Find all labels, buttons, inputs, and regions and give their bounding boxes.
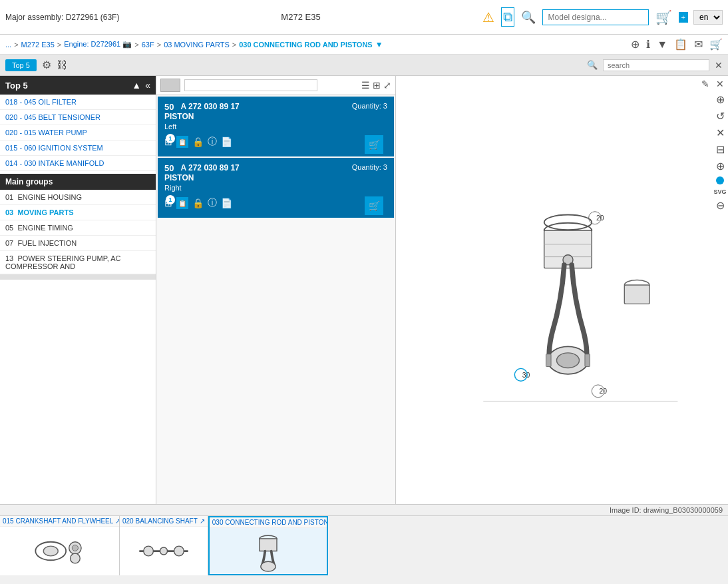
cart-button-0[interactable]: 🛒 — [365, 135, 383, 154]
diagram-svg-label[interactable]: SVG — [713, 188, 726, 195]
sidebar-item-3[interactable]: 015 - 060 IGNITION SYSTEM — [0, 141, 156, 156]
svg-point-28 — [174, 546, 184, 556]
breadcrumb-moving-parts[interactable]: 03 MOVING PARTS — [164, 41, 230, 49]
sidebar-item-1[interactable]: 020 - 045 BELT TENSIONER — [0, 110, 156, 125]
thumb-item-1[interactable]: 020 BALANCING SHAFT ↗ — [120, 516, 208, 575]
warning-icon[interactable]: ⚠ — [482, 9, 494, 25]
breadcrumb-m272[interactable]: M272 E35 — [21, 41, 55, 49]
diagram-compare-icon[interactable]: ⊟ — [716, 143, 725, 156]
thumb-text-1: 020 BALANCING SHAFT — [122, 517, 198, 525]
sidebar-collapse-icon[interactable]: ▲ — [132, 80, 141, 91]
model-search-input[interactable] — [542, 9, 649, 25]
cart-bc-icon[interactable]: 🛒 — [709, 38, 723, 51]
part-list-icon-1[interactable]: 📋 — [176, 197, 188, 209]
parts-list-scroll[interactable]: 50 A 272 030 89 17 Quantity: 3 PISTON Le… — [156, 95, 395, 219]
copy-icon[interactable]: ⧉ — [501, 7, 514, 27]
part-doc-icon-0[interactable]: 📄 — [221, 137, 232, 147]
bookmark-icon[interactable]: 📋 — [674, 38, 687, 51]
thumb-img-2[interactable] — [210, 528, 327, 574]
diagram-zoom-out-icon[interactable]: ⊖ — [716, 199, 725, 212]
list-view-icon[interactable]: ☰ — [361, 80, 370, 91]
part-qty-0: Quantity: 3 — [352, 102, 387, 110]
svg-point-8 — [557, 353, 580, 368]
part-lock-icon-1[interactable]: 🔒 — [192, 198, 204, 208]
breadcrumb-active[interactable]: 030 CONNECTING ROD AND PISTONS — [239, 41, 372, 49]
breadcrumb-dropdown-icon[interactable]: ▼ — [375, 40, 383, 49]
part-info-icon-0[interactable]: ⓘ — [208, 136, 217, 148]
tab-gear-icon[interactable]: ⚙ — [42, 59, 51, 71]
sidebar-group-01[interactable]: 01 ENGINE HOUSING — [0, 190, 156, 205]
diagram-crosshair-icon[interactable]: ⊕ — [716, 93, 725, 106]
breadcrumb-ellipsis[interactable]: ... — [5, 41, 11, 49]
toolbar-search-icon: 🔍 — [587, 60, 598, 70]
thumb-label-1: 020 BALANCING SHAFT ↗ — [120, 516, 208, 527]
sidebar-expand-icon[interactable]: « — [145, 80, 150, 91]
diagram-history-icon[interactable]: ↺ — [716, 110, 725, 123]
cart-plus-badge: + — [679, 12, 688, 23]
sidebar-group-05[interactable]: 05 ENGINE TIMING — [0, 220, 156, 236]
part-info-icon-1[interactable]: ⓘ — [208, 197, 217, 209]
info-icon[interactable]: ℹ — [646, 38, 650, 51]
expand-view-icon[interactable]: ⤢ — [383, 80, 391, 91]
sidebar-main-groups-title: Main groups — [0, 174, 156, 190]
toolbar-search-input[interactable] — [603, 59, 709, 71]
grid-icon-wrap-1: ⊞ 1 — [164, 198, 172, 208]
part-item-1[interactable]: 50 A 272 030 89 17 Quantity: 3 PISTON Ri… — [158, 158, 394, 218]
image-id-label: Image ID: drawing_B03030000059 — [0, 505, 728, 515]
toolbar: Top 5 ⚙ ⛓ 🔍 ✕ — [0, 55, 728, 76]
thumb-item-2[interactable]: 030 CONNECTING ROD AND PISTONS ↗ — [208, 516, 328, 575]
tab-engine[interactable]: Top 5 — [5, 59, 37, 71]
main-area: Top 5 ▲ « 018 - 045 OIL FILTER 020 - 045… — [0, 76, 728, 504]
thumb-item-0[interactable]: 015 CRANKSHAFT AND FLYWHEEL ↗ — [0, 516, 120, 575]
diagram-close-btn[interactable]: ✕ — [716, 79, 724, 89]
mail-icon[interactable]: ✉ — [694, 38, 703, 51]
grid-icon-wrap-0: ⊞ 1 — [164, 137, 172, 147]
breadcrumb-63f[interactable]: 63F — [142, 41, 154, 49]
diagram-zoom-in-icon[interactable]: ⊕ — [716, 160, 725, 172]
toolbar-clear-button[interactable]: ✕ — [715, 60, 723, 71]
thumb-img-0[interactable] — [0, 527, 119, 575]
sidebar-group-03[interactable]: 03 MOVING PARTS — [0, 205, 156, 220]
sidebar-group-13[interactable]: 13 POWER STEERING PUMP, AC COMPRESSOR AN… — [0, 251, 156, 274]
thumbnail-row: 015 CRANKSHAFT AND FLYWHEEL ↗ 020 BALANC… — [0, 515, 728, 575]
breadcrumb-tools: ⊕ ℹ ▼ 📋 ✉ 🛒 — [631, 38, 723, 51]
part-list-icon-0[interactable]: 📋 — [176, 136, 188, 148]
tab-chain-icon[interactable]: ⛓ — [57, 59, 67, 71]
cart-button-1[interactable]: 🛒 — [365, 196, 383, 215]
grid-view-icon[interactable]: ⊞ — [373, 80, 381, 91]
parts-search-input[interactable] — [184, 79, 317, 91]
thumb-link-icon-0[interactable]: ↗ — [115, 517, 119, 525]
cart-icon[interactable]: 🛒 — [655, 9, 672, 25]
sidebar-item-2[interactable]: 020 - 015 WATER PUMP — [0, 125, 156, 141]
parts-list-header: ☰ ⊞ ⤢ — [156, 76, 395, 95]
diagram-cross-icon[interactable]: ✕ — [716, 127, 725, 139]
sidebar-group-07[interactable]: 07 FUEL INJECTION — [0, 236, 156, 251]
sidebar-item-0[interactable]: 018 - 045 OIL FILTER — [0, 95, 156, 110]
breadcrumb-engine[interactable]: Engine: D272961 📷 — [64, 40, 132, 49]
breadcrumb: ... > M272 E35 > Engine: D272961 📷 > 63F… — [0, 35, 728, 55]
part-name-1: PISTON — [164, 173, 387, 182]
part-icons-0: ⊞ 1 📋 🔒 ⓘ 📄 — [164, 136, 387, 148]
svg-point-27 — [160, 547, 167, 555]
part-detail-0: Left — [164, 123, 387, 131]
thumb-label-0: 015 CRANKSHAFT AND FLYWHEEL ↗ — [0, 516, 119, 527]
thumb-img-1[interactable] — [120, 527, 208, 575]
part-item-0[interactable]: 50 A 272 030 89 17 Quantity: 3 PISTON Le… — [158, 97, 394, 156]
part-doc-icon-1[interactable]: 📄 — [221, 198, 232, 208]
search-icon[interactable]: 🔍 — [521, 10, 536, 25]
thumb-svg-2 — [242, 529, 295, 573]
zoom-in-icon[interactable]: ⊕ — [631, 38, 639, 51]
diagram-edit-icon[interactable]: ✎ — [701, 79, 709, 89]
thumb-link-icon-1[interactable]: ↗ — [200, 517, 205, 525]
bottom-panel: Image ID: drawing_B03030000059 015 CRANK… — [0, 504, 728, 584]
sidebar-item-4[interactable]: 014 - 030 INTAKE MANIFOLD — [0, 156, 156, 171]
language-select[interactable]: en — [693, 10, 723, 25]
diagram-toolbar: ✕ ⊕ ↺ ✕ ⊟ ⊕ SVG ⊖ — [712, 76, 728, 214]
sidebar-top-icons: ▲ « — [132, 80, 150, 91]
header-right: ⚠ ⧉ 🔍 🛒 + en — [482, 7, 723, 27]
group-num-07: 07 — [5, 239, 13, 247]
thumb-text-2: 030 CONNECTING ROD AND PISTONS — [212, 519, 327, 526]
filter-icon[interactable]: ▼ — [657, 39, 667, 51]
part-lock-icon-0[interactable]: 🔒 — [192, 137, 204, 147]
header: Major assembly: D272961 (63F) M272 E35 ⚠… — [0, 0, 728, 35]
